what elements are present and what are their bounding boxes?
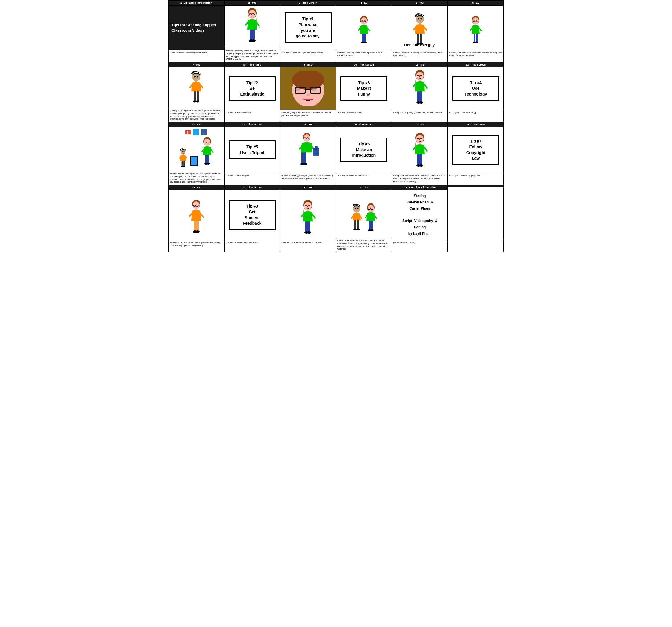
cell-image — [224, 5, 280, 48]
svg-rect-192 — [371, 221, 373, 230]
svg-line-166 — [312, 214, 315, 218]
svg-point-164 — [307, 207, 308, 208]
cell-image: Tip #2BeEnthusiastic — [224, 67, 280, 110]
svg-rect-156 — [196, 220, 199, 232]
svg-rect-180 — [357, 220, 359, 230]
cell-header: 3 - Title Screen — [280, 1, 336, 5]
cell-caption: VO: Tip #1, plan what you are going to s… — [280, 50, 336, 62]
svg-text:f: f — [203, 130, 205, 134]
cell-caption: (Clearly squinting and reading off a pap… — [169, 108, 224, 122]
cell-header: 12 - Title Screen — [448, 63, 503, 67]
cell-image — [336, 190, 392, 238]
svg-point-175 — [357, 208, 359, 209]
cell-image — [280, 67, 336, 110]
cell-caption: Katelyn: Planning is the most important … — [336, 50, 392, 62]
svg-point-158 — [196, 231, 200, 233]
svg-rect-101 — [191, 157, 197, 165]
storyboard-row: 13 - LS g+ t f — [169, 122, 503, 185]
svg-rect-179 — [354, 220, 356, 230]
svg-line-93 — [186, 157, 188, 159]
svg-point-174 — [355, 208, 356, 209]
storyboard-cell: 22 - LS — [336, 185, 392, 252]
svg-point-91 — [183, 153, 183, 153]
svg-rect-46 — [474, 34, 475, 42]
svg-line-31 — [424, 27, 427, 31]
cell-image — [448, 187, 503, 240]
svg-point-99 — [183, 166, 185, 167]
storyboard-cell: 18 Title Screen Tip #7FollowCopyrightLaw… — [448, 122, 503, 185]
svg-point-98 — [181, 166, 183, 167]
svg-line-168 — [302, 214, 304, 216]
svg-rect-58 — [194, 91, 196, 101]
storyboard-cell: 4 - LS Katelyn: Planning is the most imp… — [336, 1, 392, 62]
storyboard-row: 19 - LS Katelyn: Orange isn't your color… — [169, 185, 503, 252]
cell-caption: Katelyn: Hello! My name is Katelyn Pham … — [224, 48, 280, 62]
storyboard-cell: 7 - MS (Clearly squinting and reading of… — [169, 63, 224, 122]
svg-point-51 — [194, 76, 196, 77]
storyboard-row: 1 - Animated Introduction Tips for Creat… — [169, 1, 503, 63]
svg-point-68 — [312, 87, 316, 91]
svg-rect-129 — [302, 153, 304, 164]
svg-rect-35 — [421, 34, 423, 44]
storyboard-cell: 2 - MS Katelyn: Hello! My name is Kately… — [224, 1, 281, 62]
svg-point-53 — [196, 78, 197, 79]
cell-caption: Carter: Those are our 7 tips for creatin… — [336, 238, 392, 252]
svg-rect-170 — [308, 222, 310, 233]
svg-point-52 — [197, 76, 198, 77]
storyboard-cell: 5 - MS Don't be this guy. Carter: — [392, 1, 448, 62]
cell-header: 18 Title Screen — [448, 122, 503, 127]
cell-header: 14 - Title Screen — [224, 122, 280, 127]
svg-rect-34 — [417, 34, 419, 44]
cell-caption: Katelyn: (Crazy laugh) We're kids, we li… — [392, 110, 448, 122]
cell-caption: Katelyn: We have cell phones, and laptop… — [169, 171, 224, 185]
cell-header: 4 - LS — [336, 1, 392, 5]
storyboard-cell — [448, 185, 503, 252]
cell-header: 6 - LS — [448, 1, 503, 5]
svg-point-83 — [419, 101, 423, 103]
cell-header: 9 - ECU — [280, 63, 336, 67]
svg-rect-23 — [364, 34, 366, 42]
svg-line-108 — [211, 149, 213, 152]
cell-image: Tip #7FollowCopyrightLaw — [448, 127, 503, 173]
svg-rect-124 — [315, 146, 318, 148]
svg-line-79 — [413, 84, 415, 87]
cell-caption: Katelyn: We know what we like, so ask us… — [280, 240, 336, 252]
cell-image: Tip #3Make itFunny — [336, 67, 392, 110]
cell-header: 23 - Outtakes with credits — [392, 185, 448, 190]
cell-image: Tip #5Use a Tripod — [224, 127, 280, 173]
svg-point-146 — [419, 164, 423, 167]
svg-line-154 — [190, 214, 192, 216]
svg-line-20 — [367, 28, 370, 31]
cell-caption: VO: Tip #5. Use a tripod. — [224, 173, 280, 185]
cell-header: 17 - MS — [392, 122, 448, 127]
svg-point-49 — [475, 42, 478, 43]
svg-rect-22 — [362, 34, 364, 42]
svg-point-182 — [356, 229, 360, 231]
dont-be-text: Don't be this guy. — [392, 43, 448, 47]
svg-rect-96 — [181, 161, 183, 167]
storyboard-cell: 20 - Title Screen Tip #8GetStudentFeedba… — [224, 185, 281, 252]
cell-header: 21 - MS — [280, 185, 336, 190]
cell-caption: Katelyn: An animated introduction with m… — [392, 173, 448, 185]
title-card: Tip #7FollowCopyrightLaw — [452, 135, 499, 165]
svg-point-138 — [419, 140, 421, 141]
storyboard-cell: 23 - Outtakes with credits StaringKately… — [392, 185, 448, 252]
title-card: Tip #5Use a Tripod — [229, 140, 275, 159]
svg-point-60 — [193, 101, 196, 103]
svg-rect-10 — [249, 30, 252, 41]
svg-rect-169 — [305, 222, 308, 233]
cell-header: 13 - LS — [169, 122, 224, 127]
cell-header: 7 - MS — [169, 63, 224, 67]
cell-caption: VO: Tip #8. Get student feedback. — [224, 240, 280, 252]
svg-point-90 — [183, 151, 185, 152]
storyboard-cell: 6 - LS Katelyn: But don't look like you'… — [448, 1, 503, 62]
cell-caption: VO: Tip #7. Follow copyright law. — [448, 173, 503, 185]
storyboard-cell: 14 - Title Screen Tip #5Use a Tripod VO:… — [224, 122, 281, 185]
credits-card: StaringKatelyn Pham &Carter PhamScript, … — [400, 190, 440, 240]
svg-point-75 — [419, 77, 421, 78]
svg-point-113 — [207, 163, 210, 165]
storyboard-cell: 12 - Title Screen Tip #4UseTechnology VO… — [448, 63, 503, 122]
storyboard-cell: 21 - MS Katelyn: We know what we like, s… — [280, 185, 336, 252]
cell-caption: VO: Tip #6. Make an introduction — [336, 173, 392, 185]
svg-line-44 — [479, 28, 481, 31]
